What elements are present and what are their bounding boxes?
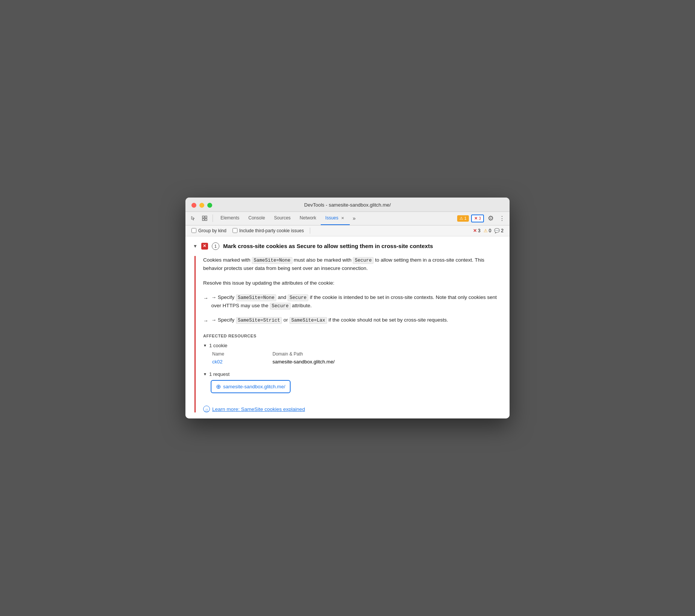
bullet-text-1: → Specify SameSite=None and Secure if th…: [211, 293, 502, 310]
filter-warning-badge: ⚠ 0: [484, 228, 491, 233]
filter-error-badge: ✕ 3: [473, 228, 481, 233]
request-url-text: samesite-sandbox.glitch.me/: [223, 384, 285, 389]
more-button[interactable]: ⋮: [498, 215, 507, 222]
code-samesite-lax: SameSite=Lax: [289, 317, 327, 324]
request-toggle-row[interactable]: ▼ 1 request: [203, 371, 502, 377]
cookie-table-row: ck02 samesite-sandbox.glitch.me/: [211, 358, 502, 365]
arrow-icon-2: →: [203, 317, 208, 325]
cookie-toggle-icon: ▼: [203, 343, 207, 348]
svg-rect-3: [205, 219, 207, 221]
bullet-text-2: → Specify SameSite=Strict or SameSite=La…: [211, 316, 449, 324]
code-secure-3: Secure: [270, 303, 291, 310]
warning-badge[interactable]: ⚠ 1: [457, 215, 469, 222]
issue-header: ▼ ✕ 1 Mark cross-site cookies as Secure …: [193, 242, 502, 250]
filter-error-icon: ✕: [473, 228, 477, 233]
learn-more-icon: →: [203, 406, 210, 412]
title-bar: DevTools - samesite-sandbox.glitch.me/: [185, 198, 510, 212]
cookie-domain-value: samesite-sandbox.glitch.me/: [272, 359, 501, 365]
svg-rect-0: [202, 216, 204, 218]
cursor-icon[interactable]: [188, 213, 198, 223]
filter-info-icon: 💬: [494, 228, 500, 233]
tab-close-icon[interactable]: ✕: [340, 215, 345, 221]
toolbar-right: ⚠ 1 ✕ 3 ⚙ ⋮: [457, 214, 507, 222]
warning-icon: ⚠: [459, 216, 463, 221]
toolbar: Elements Console Sources Network Issues …: [185, 212, 510, 225]
filter-divider: [310, 228, 310, 234]
request-icon: ⊕: [216, 383, 221, 390]
tab-network[interactable]: Network: [295, 211, 321, 225]
cookie-table-header: Name Domain & Path: [211, 351, 502, 357]
third-party-input[interactable]: [233, 228, 237, 233]
error-badge[interactable]: ✕ 3: [471, 215, 484, 222]
code-samesite-none-2: SameSite=None: [236, 294, 277, 301]
close-button[interactable]: [191, 203, 196, 208]
filter-badges: ✕ 3 ⚠ 0 💬 2: [473, 228, 504, 233]
maximize-button[interactable]: [207, 203, 212, 208]
svg-rect-1: [205, 216, 207, 218]
request-count-label: 1 request: [209, 371, 230, 377]
filter-bar: Group by kind Include third-party cookie…: [185, 225, 510, 236]
window-title: DevTools - samesite-sandbox.glitch.me/: [191, 202, 504, 211]
third-party-checkbox[interactable]: Include third-party cookie issues: [233, 228, 304, 233]
resolve-text: Resolve this issue by updating the attri…: [203, 280, 502, 286]
affected-title: AFFECTED RESOURCES: [203, 334, 502, 338]
issue-count-circle: 1: [212, 242, 219, 250]
issue-toggle-icon[interactable]: ▼: [193, 244, 197, 249]
divider-1: [213, 215, 213, 222]
request-toggle-icon: ▼: [203, 372, 207, 376]
tab-more-button[interactable]: »: [350, 211, 359, 225]
issue-description: Cookies marked with SameSite=None must a…: [203, 256, 502, 273]
learn-more-row: → Learn more: SameSite cookies explained: [203, 402, 502, 412]
issue-title: Mark cross-site cookies as Secure to all…: [223, 243, 433, 249]
code-secure-1: Secure: [353, 257, 374, 264]
cookie-count-label: 1 cookie: [209, 343, 227, 348]
error-x-icon: ✕: [474, 216, 478, 221]
learn-more-link[interactable]: → Learn more: SameSite cookies explained: [203, 406, 305, 412]
devtools-window: DevTools - samesite-sandbox.glitch.me/ E…: [185, 198, 510, 418]
tab-elements[interactable]: Elements: [216, 211, 244, 225]
group-by-kind-input[interactable]: [191, 228, 196, 233]
request-group: ▼ 1 request ⊕ samesite-sandbox.glitch.me…: [203, 371, 502, 393]
inspect-icon[interactable]: [200, 213, 210, 223]
tabs: Elements Console Sources Network Issues …: [216, 211, 456, 225]
bullet-item-2: → → Specify SameSite=Strict or SameSite=…: [203, 316, 502, 325]
group-by-kind-checkbox[interactable]: Group by kind: [191, 228, 227, 233]
tab-issues[interactable]: Issues ✕: [321, 211, 350, 225]
code-samesite-strict: SameSite=Strict: [236, 317, 282, 324]
request-url-link[interactable]: ⊕ samesite-sandbox.glitch.me/: [211, 380, 291, 393]
issue-body: Cookies marked with SameSite=None must a…: [194, 256, 502, 412]
main-content: ▼ ✕ 1 Mark cross-site cookies as Secure …: [185, 236, 510, 418]
code-secure-2: Secure: [288, 294, 308, 301]
filter-warning-icon: ⚠: [484, 228, 488, 233]
cookie-name-link[interactable]: ck02: [212, 359, 222, 365]
minimize-button[interactable]: [199, 203, 204, 208]
cookie-group: ▼ 1 cookie Name Domain & Path ck02: [203, 343, 502, 365]
filter-info-badge: 💬 2: [494, 228, 504, 233]
tab-console[interactable]: Console: [244, 211, 269, 225]
code-samesite-none: SameSite=None: [252, 257, 292, 264]
tab-sources[interactable]: Sources: [269, 211, 295, 225]
cookie-table: Name Domain & Path ck02 samesite-sandbox…: [211, 351, 502, 365]
issue-error-icon: ✕: [201, 243, 208, 250]
svg-rect-2: [202, 219, 204, 221]
issue-section: ▼ ✕ 1 Mark cross-site cookies as Secure …: [185, 236, 510, 418]
settings-button[interactable]: ⚙: [486, 214, 495, 222]
window-controls: [191, 203, 212, 208]
cookie-toggle-row[interactable]: ▼ 1 cookie: [203, 343, 502, 348]
affected-section: AFFECTED RESOURCES ▼ 1 cookie Name Domai…: [203, 334, 502, 393]
bullet-item-1: → → Specify SameSite=None and Secure if …: [203, 293, 502, 310]
arrow-icon-1: →: [203, 294, 208, 302]
table-row: ck02: [212, 359, 272, 365]
